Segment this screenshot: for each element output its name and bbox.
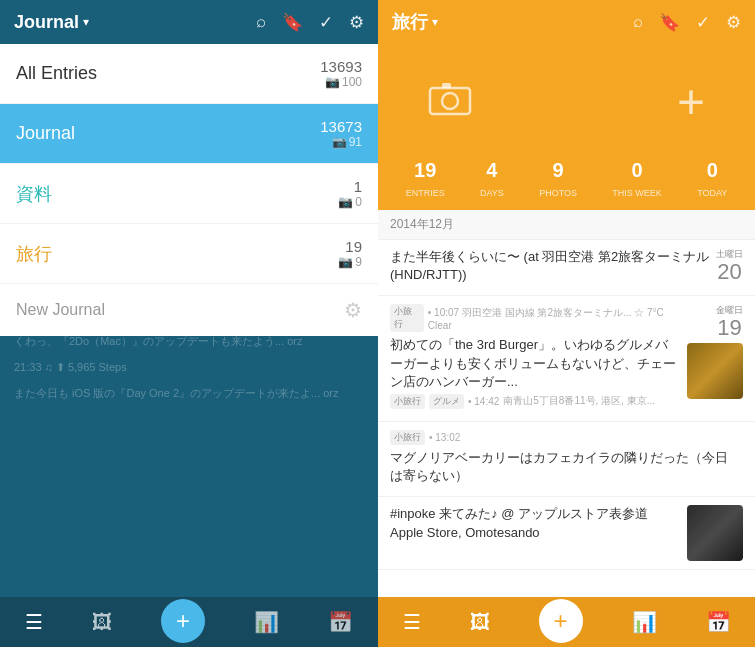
right-toolbar-calendar-icon[interactable]: 📅 xyxy=(706,610,731,634)
right-entry-list: 2014年12月 また半年後くらいに〜 (at 羽田空港 第2旅客ターミナル (… xyxy=(378,210,755,633)
right-entry-4-image xyxy=(687,505,743,561)
dropdown-ryoko-count: 19 xyxy=(338,238,362,255)
right-entry-4-title: #inpoke 来てみた♪ @ アップルストア表参道 Apple Store, … xyxy=(390,505,679,541)
right-entry-2-image xyxy=(687,343,743,399)
dropdown-item-journal[interactable]: Journal 13673 📷 91 xyxy=(0,104,378,164)
left-header-left[interactable]: Journal ▾ xyxy=(14,12,89,33)
left-toolbar-calendar-icon[interactable]: 📅 xyxy=(328,610,353,634)
dropdown-journal-count: 13673 xyxy=(320,118,362,135)
dropdown-journal-photo-count: 📷 91 xyxy=(320,135,362,149)
dropdown-shiryo-right: 1 📷 0 xyxy=(338,178,362,209)
right-journal-title: 旅行 xyxy=(392,10,428,34)
right-bookmark-icon[interactable]: 🔖 xyxy=(659,12,680,33)
right-entry-2-meta2: 小旅行 グルメ • 14:42 南青山5丁目8番11号, 港区, 東京... xyxy=(390,394,679,409)
dropdown-all-photo-count: 📷 100 xyxy=(320,75,362,89)
photo-icon-ryoko: 📷 xyxy=(338,255,353,269)
dropdown-all-entries-right: 13693 📷 100 xyxy=(320,58,362,89)
bookmark-icon[interactable]: 🔖 xyxy=(282,12,303,33)
svg-point-4 xyxy=(442,93,458,109)
right-toolbar: ☰ 🖼 + 📊 📅 xyxy=(378,597,755,647)
right-entry-2-content: 小旅行 • 10:07 羽田空港 国内線 第2旅客ターミナル... ☆ 7°C … xyxy=(390,304,687,413)
left-bg-entry-4: くわっ、『2Do（Mac）』のアップデートも来たよう... orz xyxy=(14,334,364,349)
right-entry-4-content: #inpoke 来てみた♪ @ アップルストア表参道 Apple Store, … xyxy=(390,505,687,561)
left-bg-entry-body-6: また今日も iOS 版の『Day One 2』のアップデートが来たよ... or… xyxy=(14,386,364,401)
dropdown-item-ryoko[interactable]: 旅行 19 📷 9 xyxy=(0,224,378,284)
dropdown-shiryo-label: 資料 xyxy=(16,182,52,206)
right-days-number: 4 xyxy=(480,159,504,182)
right-entry-3-meta: 小旅行 • 13:02 xyxy=(390,430,735,445)
right-plus-icon[interactable]: + xyxy=(677,74,705,129)
left-bg-entry-body-4: くわっ、『2Do（Mac）』のアップデートも来たよう... orz xyxy=(14,334,364,349)
right-search-icon[interactable]: ⌕ xyxy=(633,12,643,32)
right-header-icons: ⌕ 🔖 ✓ ⚙ xyxy=(633,12,741,33)
right-entry-3-content: 小旅行 • 13:02 マグノリアベーカリーはカフェカイラの隣りだった（今日は寄… xyxy=(390,430,743,488)
right-entry-2-tag2: 小旅行 xyxy=(390,394,425,409)
left-toolbar-photo-icon[interactable]: 🖼 xyxy=(92,611,112,634)
left-header-icons: ⌕ 🔖 ✓ ⚙ xyxy=(256,12,364,33)
journal-dropdown: All Entries 13693 📷 100 Journal 13673 📷 … xyxy=(0,44,378,336)
right-stats-row: 19 ENTRIES 4 DAYS 9 PHOTOS 0 THIS WEEK 0… xyxy=(378,159,755,210)
photo-icon-shiryo: 📷 xyxy=(338,195,353,209)
new-journal-row[interactable]: New Journal ⚙ xyxy=(0,284,378,336)
dropdown-journal-right: 13673 📷 91 xyxy=(320,118,362,149)
right-header: 旅行 ▾ ⌕ 🔖 ✓ ⚙ xyxy=(378,0,755,44)
right-photos-label: PHOTOS xyxy=(539,188,577,198)
left-panel: Journal ▾ ⌕ 🔖 ✓ ⚙ + 1367 ENTRIES xyxy=(0,0,378,647)
right-entry-2-tag3: グルメ xyxy=(429,394,464,409)
right-toolbar-photo-icon[interactable]: 🖼 xyxy=(470,611,490,634)
right-entry-3-tag: 小旅行 xyxy=(390,430,425,445)
right-entry-2-right: 金曜日 19 xyxy=(687,304,743,413)
right-camera-icon xyxy=(428,78,472,126)
left-bg-steps-2: 21:33 ♫ ⬆ 5,965 Steps xyxy=(14,361,364,374)
right-stat-days: 4 DAYS xyxy=(480,159,504,200)
photo-count-ryoko: 9 xyxy=(355,255,362,269)
right-checkmark-icon[interactable]: ✓ xyxy=(696,12,710,33)
right-entry-2[interactable]: 小旅行 • 10:07 羽田空港 国内線 第2旅客ターミナル... ☆ 7°C … xyxy=(378,296,755,422)
dropdown-item-all-entries[interactable]: All Entries 13693 📷 100 xyxy=(0,44,378,104)
right-date-section: 2014年12月 xyxy=(378,210,755,240)
right-header-left[interactable]: 旅行 ▾ xyxy=(392,10,438,34)
settings-icon[interactable]: ⚙ xyxy=(349,12,364,33)
right-entry-1[interactable]: また半年後くらいに〜 (at 羽田空港 第2旅客ターミナル (HND/RJTT)… xyxy=(378,240,755,296)
left-toolbar-add-button[interactable]: + xyxy=(161,599,205,643)
right-photos-number: 9 xyxy=(539,159,577,182)
dropdown-shiryo-count: 1 xyxy=(338,178,362,195)
right-entry-2-time2: • 14:42 xyxy=(468,396,499,407)
right-entry-3-time: • 13:02 xyxy=(429,432,460,443)
photo-icon-all: 📷 xyxy=(325,75,340,89)
svg-rect-5 xyxy=(442,83,451,88)
left-toolbar-chart-icon[interactable]: 📊 xyxy=(254,610,279,634)
dropdown-all-entries-label: All Entries xyxy=(16,63,97,84)
left-toolbar-menu-icon[interactable]: ☰ xyxy=(25,610,43,634)
dropdown-ryoko-photo-count: 📷 9 xyxy=(338,255,362,269)
dropdown-item-journal-left: Journal xyxy=(16,123,75,144)
photo-icon-journal: 📷 xyxy=(332,135,347,149)
dropdown-item-ryoko-left: 旅行 xyxy=(16,242,52,266)
search-icon[interactable]: ⌕ xyxy=(256,12,266,32)
dropdown-all-entries-count: 13693 xyxy=(320,58,362,75)
photo-count-shiryo: 0 xyxy=(355,195,362,209)
right-entry-2-badge: 金曜日 19 xyxy=(716,304,743,339)
right-toolbar-add-icon: + xyxy=(553,607,567,635)
right-entry-3[interactable]: 小旅行 • 13:02 マグノリアベーカリーはカフェカイラの隣りだった（今日は寄… xyxy=(378,422,755,497)
right-days-label: DAYS xyxy=(480,188,504,198)
right-settings-icon[interactable]: ⚙ xyxy=(726,12,741,33)
left-bg-entry-6: また今日も iOS 版の『Day One 2』のアップデートが来たよ... or… xyxy=(14,386,364,401)
right-entry-1-title: また半年後くらいに〜 (at 羽田空港 第2旅客ターミナル (HND/RJTT)… xyxy=(390,248,735,284)
left-toolbar: ☰ 🖼 + 📊 📅 xyxy=(0,597,378,647)
checkmark-icon[interactable]: ✓ xyxy=(319,12,333,33)
left-bg-entry-5: 21:33 ♫ ⬆ 5,965 Steps xyxy=(14,361,364,374)
photo-count-all: 100 xyxy=(342,75,362,89)
right-toolbar-add-button[interactable]: + xyxy=(539,599,583,643)
right-toolbar-chart-icon[interactable]: 📊 xyxy=(632,610,657,634)
right-today-number: 0 xyxy=(697,159,727,182)
right-entry-4[interactable]: #inpoke 来てみた♪ @ アップルストア表参道 Apple Store, … xyxy=(378,497,755,570)
right-entry-2-location: 南青山5丁目8番11号, 港区, 東京... xyxy=(503,394,655,408)
right-entry-1-content: また半年後くらいに〜 (at 羽田空港 第2旅客ターミナル (HND/RJTT)… xyxy=(390,248,743,287)
right-toolbar-menu-icon[interactable]: ☰ xyxy=(403,610,421,634)
right-stat-photos: 9 PHOTOS xyxy=(539,159,577,200)
right-entries-label: ENTRIES xyxy=(406,188,445,198)
new-journal-gear-icon[interactable]: ⚙ xyxy=(344,298,362,322)
left-header: Journal ▾ ⌕ 🔖 ✓ ⚙ xyxy=(0,0,378,44)
dropdown-item-shiryo[interactable]: 資料 1 📷 0 xyxy=(0,164,378,224)
